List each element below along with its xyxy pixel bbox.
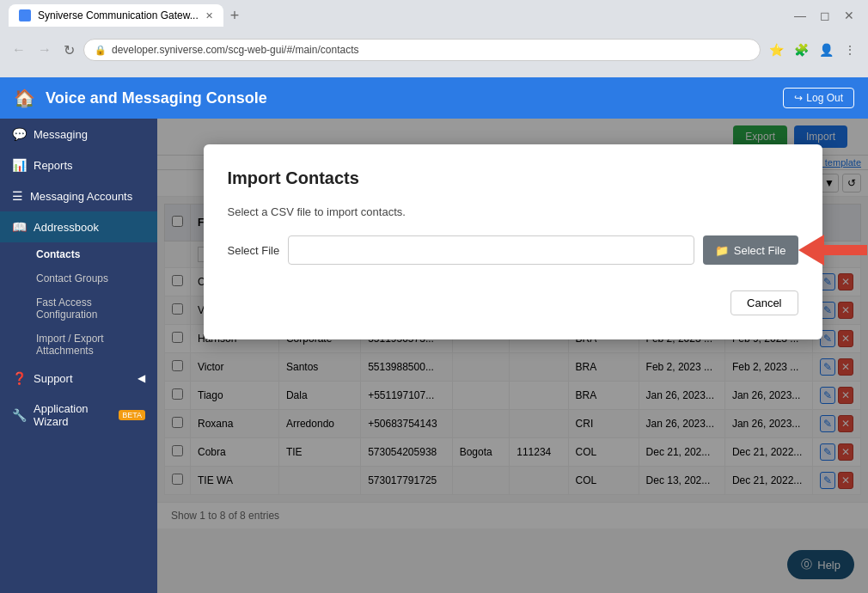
sidebar-sub-import-export[interactable]: Import / Export Attachments xyxy=(24,327,157,363)
app-title: Voice and Messaging Console xyxy=(46,89,783,107)
sidebar-sub-fast-access[interactable]: Fast Access Configuration xyxy=(24,290,157,327)
sidebar-item-reports[interactable]: 📊 Reports xyxy=(0,150,157,180)
browser-nav-bar: ← → ↻ 🔒 developer.syniverse.com/scg-web-… xyxy=(0,31,868,69)
dialog-actions: Cancel xyxy=(228,290,798,315)
forward-btn[interactable]: → xyxy=(34,39,55,61)
modal-overlay: Import Contacts Select a CSV file to imp… xyxy=(157,119,868,593)
sidebar-item-addressbook-label: Addressbook xyxy=(34,221,99,234)
browser-tab[interactable]: Syniverse Communication Gatew... ✕ xyxy=(9,4,223,27)
back-btn[interactable]: ← xyxy=(9,39,29,61)
url-text: developer.syniverse.com/scg-web-gui/#/ma… xyxy=(112,44,358,56)
cancel-button[interactable]: Cancel xyxy=(730,290,798,315)
app-wizard-icon: 🔧 xyxy=(12,408,27,422)
bookmark-star-btn[interactable]: ⭐ xyxy=(766,40,787,60)
messaging-icon: 💬 xyxy=(12,127,27,141)
sidebar-sub-contact-groups[interactable]: Contact Groups xyxy=(24,266,157,290)
sidebar-item-reports-label: Reports xyxy=(34,159,73,172)
close-btn[interactable]: ✕ xyxy=(839,7,859,24)
sidebar-sub-contacts[interactable]: Contacts xyxy=(24,242,157,266)
tab-title: Syniverse Communication Gatew... xyxy=(38,9,199,21)
address-bar[interactable]: 🔒 developer.syniverse.com/scg-web-gui/#/… xyxy=(83,39,761,61)
reports-icon: 📊 xyxy=(12,158,27,172)
logout-label: Log Out xyxy=(806,92,843,104)
home-icon: 🏠 xyxy=(14,88,35,108)
lock-icon: 🔒 xyxy=(95,45,107,56)
sidebar-item-messaging-label: Messaging xyxy=(34,128,88,141)
window-controls: — ◻ ✕ xyxy=(789,7,859,24)
extensions-btn[interactable]: 🧩 xyxy=(791,40,812,60)
support-icon: ❓ xyxy=(12,371,27,385)
browser-chrome: Syniverse Communication Gatew... ✕ + — ◻… xyxy=(0,0,868,77)
sidebar-item-support-label: Support xyxy=(34,372,73,385)
sidebar-item-messaging-accounts-label: Messaging Accounts xyxy=(30,190,132,203)
tab-favicon xyxy=(19,9,31,21)
addressbook-icon: 📖 xyxy=(12,220,27,234)
app-header: 🏠 Voice and Messaging Console ↪ Log Out xyxy=(0,77,868,119)
support-chevron: ◀ xyxy=(138,372,145,384)
file-input[interactable] xyxy=(288,235,694,265)
maximize-btn[interactable]: ◻ xyxy=(815,7,835,24)
logout-icon: ↪ xyxy=(794,92,803,104)
sidebar-item-addressbook[interactable]: 📖 Addressbook xyxy=(0,211,157,242)
reload-btn[interactable]: ↻ xyxy=(60,39,78,62)
new-tab-btn[interactable]: + xyxy=(223,7,247,25)
app: 🏠 Voice and Messaging Console ↪ Log Out … xyxy=(0,77,868,593)
upload-icon: 📁 xyxy=(715,244,729,257)
sidebar: 💬 Messaging 📊 Reports ☰ Messaging Accoun… xyxy=(0,119,157,593)
browser-action-btns: ⭐ 🧩 👤 ⋮ xyxy=(766,40,859,60)
sidebar-item-support[interactable]: ❓ Support ◀ xyxy=(0,363,157,394)
dialog-form: Select File 📁 Select File xyxy=(228,235,798,265)
beta-badge: BETA xyxy=(119,410,145,420)
minimize-btn[interactable]: — xyxy=(789,7,811,24)
app-body: 💬 Messaging 📊 Reports ☰ Messaging Accoun… xyxy=(0,119,868,593)
import-contacts-dialog: Import Contacts Select a CSV file to imp… xyxy=(204,144,822,339)
dialog-title: Import Contacts xyxy=(228,168,798,188)
sidebar-item-app-wizard[interactable]: 🔧 Application Wizard BETA xyxy=(0,394,157,437)
red-arrow-indicator xyxy=(773,235,867,266)
messaging-accounts-icon: ☰ xyxy=(12,189,23,203)
sidebar-item-messaging-accounts[interactable]: ☰ Messaging Accounts xyxy=(0,180,157,211)
logout-button[interactable]: ↪ Log Out xyxy=(783,88,854,108)
sidebar-item-messaging[interactable]: 💬 Messaging xyxy=(0,119,157,150)
menu-btn[interactable]: ⋮ xyxy=(840,40,859,60)
profile-btn[interactable]: 👤 xyxy=(816,40,837,60)
sidebar-item-app-wizard-label: Application Wizard xyxy=(34,402,108,428)
sidebar-sub-menu: Contacts Contact Groups Fast Access Conf… xyxy=(0,242,157,363)
main-content: Export Import Download CSV template ▼ ↺ … xyxy=(157,119,868,593)
dialog-description: Select a CSV file to import contacts. xyxy=(228,205,798,218)
browser-titlebar: Syniverse Communication Gatew... ✕ + — ◻… xyxy=(0,0,868,31)
tab-close-btn[interactable]: ✕ xyxy=(205,10,213,21)
select-file-label: Select File xyxy=(228,244,280,257)
